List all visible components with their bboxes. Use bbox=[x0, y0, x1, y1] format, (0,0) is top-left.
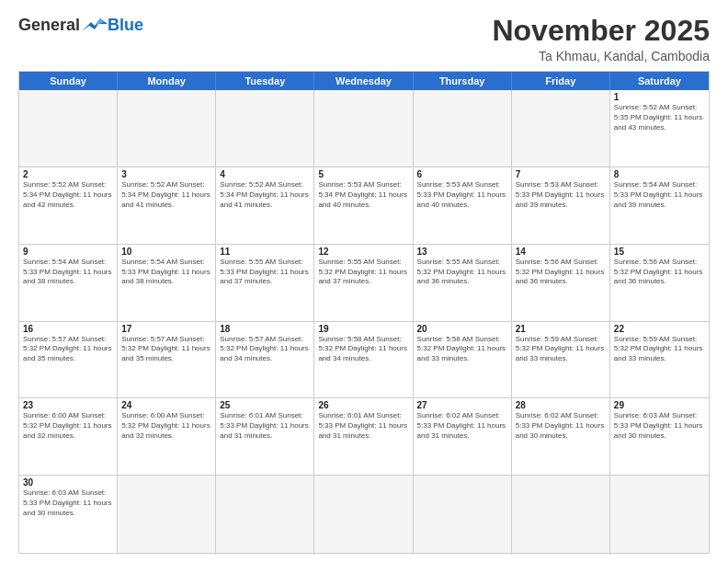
day-number-r2-c0: 9 bbox=[23, 247, 113, 257]
cal-cell-r5-c3 bbox=[314, 476, 413, 553]
cal-row-0: 1Sunrise: 5:52 AM Sunset: 5:35 PM Daylig… bbox=[19, 90, 709, 167]
cell-text-r2-c5: Sunrise: 5:56 AM Sunset: 5:32 PM Dayligh… bbox=[516, 258, 606, 287]
cell-text-r3-c5: Sunrise: 5:59 AM Sunset: 5:32 PM Dayligh… bbox=[516, 335, 606, 364]
cal-cell-r1-c1: 3Sunrise: 5:52 AM Sunset: 5:34 PM Daylig… bbox=[118, 167, 216, 244]
logo-blue-text: Blue bbox=[108, 16, 143, 35]
cell-text-r2-c1: Sunrise: 5:54 AM Sunset: 5:33 PM Dayligh… bbox=[121, 258, 211, 287]
cal-cell-r4-c5: 28Sunrise: 6:02 AM Sunset: 5:33 PM Dayli… bbox=[512, 398, 610, 475]
cell-text-r3-c1: Sunrise: 5:57 AM Sunset: 5:32 PM Dayligh… bbox=[121, 335, 211, 364]
cal-cell-r5-c0: 30Sunrise: 6:03 AM Sunset: 5:33 PM Dayli… bbox=[19, 476, 118, 553]
cal-cell-r5-c5 bbox=[512, 476, 610, 553]
cell-text-r3-c2: Sunrise: 5:57 AM Sunset: 5:32 PM Dayligh… bbox=[220, 335, 310, 364]
day-number-r3-c6: 22 bbox=[614, 324, 705, 334]
location: Ta Khmau, Kandal, Cambodia bbox=[492, 49, 710, 63]
cal-cell-r0-c5 bbox=[512, 90, 610, 167]
day-number-r3-c2: 18 bbox=[220, 324, 310, 334]
cell-text-r2-c4: Sunrise: 5:55 AM Sunset: 5:32 PM Dayligh… bbox=[417, 258, 507, 287]
cell-text-r1-c4: Sunrise: 5:53 AM Sunset: 5:33 PM Dayligh… bbox=[417, 180, 507, 210]
cal-cell-r0-c6: 1Sunrise: 5:52 AM Sunset: 5:35 PM Daylig… bbox=[610, 90, 709, 167]
cal-cell-r2-c3: 12Sunrise: 5:55 AM Sunset: 5:32 PM Dayli… bbox=[314, 245, 413, 321]
svg-marker-0 bbox=[82, 18, 108, 31]
cell-text-r4-c4: Sunrise: 6:02 AM Sunset: 5:33 PM Dayligh… bbox=[417, 411, 507, 441]
cal-cell-r2-c2: 11Sunrise: 5:55 AM Sunset: 5:33 PM Dayli… bbox=[216, 245, 314, 321]
cell-text-r3-c6: Sunrise: 5:59 AM Sunset: 5:32 PM Dayligh… bbox=[614, 335, 705, 364]
cell-text-r2-c2: Sunrise: 5:55 AM Sunset: 5:33 PM Dayligh… bbox=[220, 258, 310, 287]
day-number-r1-c4: 6 bbox=[417, 169, 507, 179]
cal-cell-r3-c1: 17Sunrise: 5:57 AM Sunset: 5:32 PM Dayli… bbox=[118, 322, 216, 398]
svg-marker-1 bbox=[95, 18, 104, 26]
cal-row-1: 2Sunrise: 5:52 AM Sunset: 5:34 PM Daylig… bbox=[19, 167, 709, 245]
cell-text-r2-c0: Sunrise: 5:54 AM Sunset: 5:33 PM Dayligh… bbox=[23, 258, 113, 287]
logo-general-text: General bbox=[18, 16, 80, 35]
cal-cell-r2-c6: 15Sunrise: 5:56 AM Sunset: 5:32 PM Dayli… bbox=[610, 245, 709, 321]
cell-text-r1-c3: Sunrise: 5:53 AM Sunset: 5:34 PM Dayligh… bbox=[318, 180, 408, 210]
cal-cell-r3-c4: 20Sunrise: 5:58 AM Sunset: 5:32 PM Dayli… bbox=[414, 322, 512, 398]
cal-cell-r0-c1 bbox=[118, 90, 216, 167]
cal-cell-r5-c1 bbox=[118, 476, 216, 553]
title-section: November 2025 Ta Khmau, Kandal, Cambodia bbox=[492, 15, 710, 63]
header-wednesday: Wednesday bbox=[314, 72, 413, 90]
cal-cell-r3-c5: 21Sunrise: 5:59 AM Sunset: 5:32 PM Dayli… bbox=[512, 322, 610, 398]
cal-row-5: 30Sunrise: 6:03 AM Sunset: 5:33 PM Dayli… bbox=[19, 476, 709, 553]
day-number-r3-c3: 19 bbox=[318, 324, 408, 334]
cal-cell-r2-c5: 14Sunrise: 5:56 AM Sunset: 5:32 PM Dayli… bbox=[512, 245, 610, 321]
day-number-r2-c4: 13 bbox=[417, 247, 507, 257]
cal-cell-r1-c5: 7Sunrise: 5:53 AM Sunset: 5:33 PM Daylig… bbox=[512, 167, 610, 244]
cell-text-r3-c4: Sunrise: 5:58 AM Sunset: 5:32 PM Dayligh… bbox=[417, 335, 507, 364]
day-number-r2-c3: 12 bbox=[318, 247, 408, 257]
day-number-r4-c3: 26 bbox=[318, 400, 408, 410]
cell-text-r4-c5: Sunrise: 6:02 AM Sunset: 5:33 PM Dayligh… bbox=[516, 411, 606, 441]
day-number-r3-c0: 16 bbox=[23, 324, 113, 334]
day-number-r1-c6: 8 bbox=[614, 169, 705, 179]
header-friday: Friday bbox=[512, 72, 610, 90]
cal-cell-r4-c2: 25Sunrise: 6:01 AM Sunset: 5:33 PM Dayli… bbox=[216, 398, 314, 475]
day-number-r5-c0: 30 bbox=[23, 477, 113, 488]
page: General Blue November 2025 Ta Khmau, Kan… bbox=[0, 0, 728, 563]
cal-cell-r0-c4 bbox=[414, 90, 512, 167]
cal-row-3: 16Sunrise: 5:57 AM Sunset: 5:32 PM Dayli… bbox=[19, 322, 709, 399]
day-number-r4-c2: 25 bbox=[220, 400, 310, 410]
day-number-r4-c6: 29 bbox=[614, 400, 705, 410]
day-number-r0-c6: 1 bbox=[614, 92, 705, 102]
header-tuesday: Tuesday bbox=[216, 72, 314, 90]
cal-cell-r4-c6: 29Sunrise: 6:03 AM Sunset: 5:33 PM Dayli… bbox=[610, 398, 709, 475]
cal-cell-r4-c3: 26Sunrise: 6:01 AM Sunset: 5:33 PM Dayli… bbox=[314, 398, 413, 475]
cell-text-r1-c1: Sunrise: 5:52 AM Sunset: 5:34 PM Dayligh… bbox=[121, 180, 211, 210]
cal-cell-r2-c0: 9Sunrise: 5:54 AM Sunset: 5:33 PM Daylig… bbox=[19, 245, 118, 321]
cal-cell-r1-c0: 2Sunrise: 5:52 AM Sunset: 5:34 PM Daylig… bbox=[19, 167, 118, 244]
cal-cell-r1-c3: 5Sunrise: 5:53 AM Sunset: 5:34 PM Daylig… bbox=[314, 167, 413, 244]
cal-row-4: 23Sunrise: 6:00 AM Sunset: 5:32 PM Dayli… bbox=[19, 398, 709, 476]
calendar: Sunday Monday Tuesday Wednesday Thursday… bbox=[18, 71, 710, 554]
cell-text-r1-c6: Sunrise: 5:54 AM Sunset: 5:33 PM Dayligh… bbox=[614, 180, 705, 210]
cal-cell-r4-c1: 24Sunrise: 6:00 AM Sunset: 5:32 PM Dayli… bbox=[118, 398, 216, 475]
cell-text-r3-c0: Sunrise: 5:57 AM Sunset: 5:32 PM Dayligh… bbox=[23, 335, 113, 364]
day-number-r1-c0: 2 bbox=[23, 169, 113, 179]
day-number-r3-c4: 20 bbox=[417, 324, 507, 334]
cell-text-r4-c2: Sunrise: 6:01 AM Sunset: 5:33 PM Dayligh… bbox=[220, 411, 310, 441]
cal-cell-r3-c2: 18Sunrise: 5:57 AM Sunset: 5:32 PM Dayli… bbox=[216, 322, 314, 398]
header-sunday: Sunday bbox=[19, 72, 118, 90]
cell-text-r4-c6: Sunrise: 6:03 AM Sunset: 5:33 PM Dayligh… bbox=[614, 411, 705, 441]
cal-cell-r2-c1: 10Sunrise: 5:54 AM Sunset: 5:33 PM Dayli… bbox=[118, 245, 216, 321]
cal-cell-r0-c3 bbox=[314, 90, 413, 167]
day-number-r1-c3: 5 bbox=[318, 169, 408, 179]
day-number-r4-c4: 27 bbox=[417, 400, 507, 410]
header-thursday: Thursday bbox=[414, 72, 512, 90]
cell-text-r1-c2: Sunrise: 5:52 AM Sunset: 5:34 PM Dayligh… bbox=[220, 180, 310, 210]
header-saturday: Saturday bbox=[610, 72, 709, 90]
cal-cell-r5-c2 bbox=[216, 476, 314, 553]
day-number-r2-c2: 11 bbox=[220, 247, 310, 257]
cal-row-2: 9Sunrise: 5:54 AM Sunset: 5:33 PM Daylig… bbox=[19, 245, 709, 322]
cell-text-r4-c3: Sunrise: 6:01 AM Sunset: 5:33 PM Dayligh… bbox=[318, 411, 408, 441]
cal-cell-r0-c2 bbox=[216, 90, 314, 167]
day-number-r2-c1: 10 bbox=[121, 247, 211, 257]
cal-cell-r3-c0: 16Sunrise: 5:57 AM Sunset: 5:32 PM Dayli… bbox=[19, 322, 118, 398]
cell-text-r1-c5: Sunrise: 5:53 AM Sunset: 5:33 PM Dayligh… bbox=[516, 180, 606, 210]
cal-cell-r1-c2: 4Sunrise: 5:52 AM Sunset: 5:34 PM Daylig… bbox=[216, 167, 314, 244]
cell-text-r1-c0: Sunrise: 5:52 AM Sunset: 5:34 PM Dayligh… bbox=[23, 180, 113, 210]
cal-cell-r1-c6: 8Sunrise: 5:54 AM Sunset: 5:33 PM Daylig… bbox=[610, 167, 709, 244]
cal-cell-r4-c0: 23Sunrise: 6:00 AM Sunset: 5:32 PM Dayli… bbox=[19, 398, 118, 475]
day-number-r4-c1: 24 bbox=[121, 400, 211, 410]
cal-cell-r5-c4 bbox=[414, 476, 512, 553]
cal-cell-r0-c0 bbox=[19, 90, 118, 167]
